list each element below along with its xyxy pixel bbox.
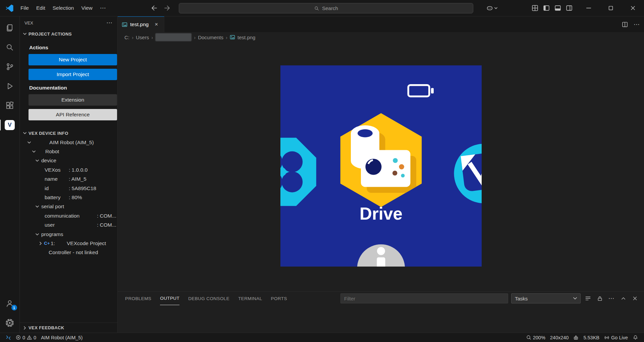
toggle-primary-sidebar-button[interactable] xyxy=(541,2,552,14)
menu-edit[interactable]: Edit xyxy=(33,2,49,14)
vscode-logo-icon xyxy=(5,4,14,13)
tree-item-program-1[interactable]: C+ 1: VEXcode Project xyxy=(20,239,117,248)
tree-key: user xyxy=(45,222,97,228)
minimize-button[interactable] xyxy=(578,0,600,16)
search-icon xyxy=(5,43,14,52)
clear-output-button[interactable] xyxy=(584,294,592,303)
back-arrow-icon[interactable] xyxy=(150,4,158,12)
panel-more-actions[interactable]: ⋯ xyxy=(607,294,616,303)
tree-item-device[interactable]: device xyxy=(20,156,117,165)
tab-terminal[interactable]: TERMINAL xyxy=(238,292,262,305)
status-bar: 0 0 AIM Robot (AIM_5) 200% 240x240 xyxy=(0,333,644,342)
editor-actions: ⋯ xyxy=(622,16,640,32)
tree-key: name xyxy=(45,176,69,182)
activity-accounts[interactable]: 1 xyxy=(0,294,20,313)
tree-item-battery[interactable]: battery : 80% xyxy=(20,193,117,202)
menu-more[interactable]: ⋯ xyxy=(96,2,110,14)
vex-extension-icon: V xyxy=(5,120,15,130)
sidebar-title-row: VEX ⋯ xyxy=(20,16,117,29)
source-control-icon xyxy=(5,62,14,71)
maximize-button[interactable] xyxy=(600,0,622,16)
extension-docs-button[interactable]: Extension xyxy=(29,94,117,106)
search-box[interactable]: Search xyxy=(179,3,473,13)
section-label: PROJECT ACTIONS xyxy=(29,32,72,37)
lock-icon xyxy=(597,295,603,302)
tab-ports[interactable]: PORTS xyxy=(271,292,287,305)
tab-close-button[interactable]: × xyxy=(153,21,160,28)
output-filter-input[interactable] xyxy=(340,293,508,303)
section-project-actions[interactable]: PROJECT ACTIONS xyxy=(20,29,117,39)
remote-indicator[interactable] xyxy=(3,333,13,342)
lock-autoscroll-button[interactable] xyxy=(595,294,604,303)
activity-settings[interactable] xyxy=(0,313,20,333)
warning-icon xyxy=(27,335,32,340)
tree-value: : COM... xyxy=(97,222,116,228)
tree-item-communication[interactable]: communication : COM... xyxy=(20,211,117,220)
image-preview-canvas[interactable]: Drive xyxy=(118,42,644,291)
section-device-info[interactable]: VEX DEVICE INFO xyxy=(20,128,117,138)
tree-label: programs xyxy=(41,231,63,237)
customize-layout-button[interactable] xyxy=(529,2,541,14)
problems-status[interactable]: 0 0 xyxy=(13,333,39,342)
activity-search[interactable] xyxy=(0,38,20,57)
panel-left-icon xyxy=(543,4,550,12)
menu-selection[interactable]: Selection xyxy=(49,2,78,14)
menu-view[interactable]: View xyxy=(77,2,96,14)
tree-item-robot-root[interactable]: AIM Robot (AIM_5) xyxy=(20,138,117,147)
tree-item-serial-port[interactable]: serial port xyxy=(20,202,117,211)
documentation-heading: Documentation xyxy=(29,85,117,91)
breadcrumb-item-drive[interactable]: C: xyxy=(124,35,129,40)
sidebar-more-actions[interactable]: ⋯ xyxy=(106,19,113,26)
tree-key: battery xyxy=(45,194,69,201)
menu-file[interactable]: File xyxy=(17,2,33,14)
tree-item-vexos[interactable]: VEXos : 1.0.0.0 xyxy=(20,165,117,174)
breadcrumb-item-users[interactable]: Users xyxy=(136,35,149,40)
toggle-panel-button[interactable] xyxy=(552,2,564,14)
activity-run-debug[interactable] xyxy=(0,76,20,96)
breadcrumb-item-username-redacted[interactable] xyxy=(155,33,192,41)
tree-item-id[interactable]: id : 5A895C18 xyxy=(20,184,117,193)
split-editor-icon[interactable] xyxy=(622,21,628,28)
tab-problems[interactable]: PROBLEMS xyxy=(125,292,151,305)
activity-explorer[interactable] xyxy=(0,18,20,38)
new-project-button[interactable]: New Project xyxy=(29,54,117,65)
tree-value: : AIM_5 xyxy=(69,176,87,182)
robot-status[interactable] xyxy=(571,335,581,340)
import-project-button[interactable]: Import Project xyxy=(29,69,117,80)
api-reference-button[interactable]: API Reference xyxy=(29,109,117,120)
tree-item-name[interactable]: name : AIM_5 xyxy=(20,175,117,184)
file-size-status[interactable]: 5.53KB xyxy=(581,335,602,340)
activity-extensions[interactable] xyxy=(0,96,20,115)
output-channel-select[interactable]: Tasks xyxy=(511,293,581,303)
copilot-button[interactable] xyxy=(483,2,500,14)
image-dimensions-status[interactable]: 240x240 xyxy=(548,335,571,340)
section-vex-feedback[interactable]: VEX FEEDBACK xyxy=(20,323,117,333)
forward-arrow-icon[interactable] xyxy=(163,4,171,12)
section-label: VEX FEEDBACK xyxy=(29,325,64,330)
tree-item-user-port[interactable]: user : COM... xyxy=(20,221,117,230)
chevron-down-icon xyxy=(573,297,577,300)
tab-test-png[interactable]: test.png × xyxy=(118,16,164,32)
bottom-panel: PROBLEMS OUTPUT DEBUG CONSOLE TERMINAL P… xyxy=(118,291,644,333)
tab-debug-console[interactable]: DEBUG CONSOLE xyxy=(188,292,229,305)
editor-more-actions[interactable]: ⋯ xyxy=(634,21,640,28)
notifications-button[interactable] xyxy=(630,335,641,340)
toggle-secondary-sidebar-button[interactable] xyxy=(564,2,575,14)
tree-item-programs[interactable]: programs xyxy=(20,230,117,239)
tree-item-robot[interactable]: Robot xyxy=(20,147,117,156)
tab-output[interactable]: OUTPUT xyxy=(160,292,179,305)
close-panel-button[interactable] xyxy=(631,294,639,303)
breadcrumb-item-documents[interactable]: Documents xyxy=(198,35,223,40)
breadcrumb-item-file[interactable]: test.png xyxy=(237,35,255,40)
chevron-right-icon xyxy=(22,325,28,331)
activity-vex[interactable]: V xyxy=(0,115,20,135)
activity-source-control[interactable] xyxy=(0,57,20,76)
zoom-status[interactable]: 200% xyxy=(524,335,548,340)
go-live-button[interactable]: Go Live xyxy=(602,335,630,340)
maximize-panel-button[interactable] xyxy=(619,294,628,303)
robot-icon xyxy=(573,335,579,340)
vex-device-status[interactable]: AIM Robot (AIM_5) xyxy=(39,333,85,342)
device-status-label: AIM Robot (AIM_5) xyxy=(41,335,83,340)
tree-item-controller[interactable]: Controller - not linked xyxy=(20,248,117,257)
close-window-button[interactable] xyxy=(622,0,644,16)
